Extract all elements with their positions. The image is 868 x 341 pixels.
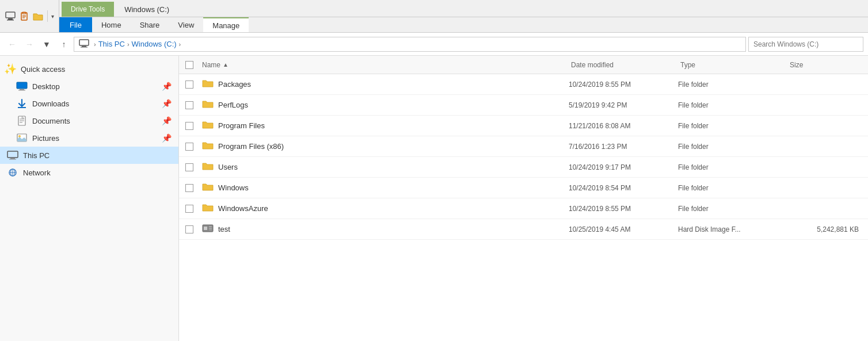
svg-rect-32 xyxy=(209,229,212,231)
row-checkbox[interactable] xyxy=(185,81,193,89)
quick-access-toolbar: ▾ xyxy=(0,0,59,32)
file-type: File folder xyxy=(678,122,787,130)
row-checkbox-cell[interactable] xyxy=(179,184,200,192)
file-name: WindowsAzure xyxy=(218,204,268,213)
nav-bar: ← → ▼ ↑ › This PC › Windows (C:) › xyxy=(0,33,868,56)
table-row[interactable]: Packages 10/24/2019 8:55 PM File folder xyxy=(179,74,868,95)
folder-icon xyxy=(202,161,214,173)
table-row[interactable]: Users 10/24/2019 9:17 PM File folder xyxy=(179,157,868,178)
qat-pc-icon[interactable] xyxy=(5,10,16,22)
row-checkbox-cell[interactable] xyxy=(179,163,200,171)
file-date: 10/24/2019 8:54 PM xyxy=(569,184,678,192)
back-button: ← xyxy=(5,37,20,52)
row-checkbox[interactable] xyxy=(185,163,193,171)
folder-icon xyxy=(202,202,214,214)
file-type: File folder xyxy=(678,163,787,171)
search-input[interactable] xyxy=(748,37,863,52)
tab-file[interactable]: File xyxy=(59,17,92,32)
sidebar-item-this-pc[interactable]: This PC xyxy=(0,147,178,164)
row-checkbox-cell[interactable] xyxy=(179,101,200,109)
quick-access-icon: ✨ xyxy=(5,63,16,75)
folder-icon xyxy=(202,182,214,194)
sidebar-item-downloads[interactable]: Downloads 📌 xyxy=(0,95,178,112)
sidebar-label-pictures: Pictures xyxy=(32,134,59,143)
sidebar-item-desktop[interactable]: Desktop 📌 xyxy=(0,78,178,95)
col-header-size[interactable]: Size xyxy=(787,61,868,69)
file-name-cell: Program Files xyxy=(200,120,569,132)
row-checkbox[interactable] xyxy=(185,184,193,192)
col-header-date[interactable]: Date modified xyxy=(569,61,678,69)
row-checkbox[interactable] xyxy=(185,225,193,233)
file-list-header: Name ▲ Date modified Type Size xyxy=(179,56,868,74)
breadcrumb-sep-2: › xyxy=(127,41,130,48)
tab-manage[interactable]: Manage xyxy=(203,17,249,32)
file-date: 10/24/2019 9:17 PM xyxy=(569,163,678,171)
sidebar-label-this-pc: This PC xyxy=(23,151,50,160)
row-checkbox-cell[interactable] xyxy=(179,143,200,151)
header-checkbox-cell[interactable] xyxy=(179,61,200,69)
file-name-cell: PerfLogs xyxy=(200,99,569,111)
documents-icon xyxy=(16,115,28,127)
select-all-checkbox[interactable] xyxy=(185,61,193,69)
table-row[interactable]: test 10/25/2019 4:45 AM Hard Disk Image … xyxy=(179,219,868,240)
breadcrumb-this-pc[interactable]: This PC xyxy=(98,40,125,48)
sort-arrow-name: ▲ xyxy=(223,62,229,68)
qat-folder-icon[interactable] xyxy=(32,10,44,22)
file-type: File folder xyxy=(678,101,787,109)
file-list-area: Name ▲ Date modified Type Size Packages … xyxy=(179,56,868,341)
breadcrumb-drive-icon xyxy=(79,39,89,50)
row-checkbox-cell[interactable] xyxy=(179,122,200,130)
file-name: Packages xyxy=(218,80,251,89)
row-checkbox[interactable] xyxy=(185,205,193,213)
sidebar: ✨ Quick access Desktop 📌 D xyxy=(0,56,179,341)
col-header-type[interactable]: Type xyxy=(678,61,787,69)
recent-locations-button[interactable]: ▼ xyxy=(39,37,54,52)
table-row[interactable]: Windows 10/24/2019 8:54 PM File folder xyxy=(179,178,868,198)
breadcrumb-sep-1: › xyxy=(94,41,96,48)
file-date: 10/24/2019 8:55 PM xyxy=(569,205,678,213)
qat-clipboard-icon[interactable] xyxy=(18,10,30,22)
main-area: ✨ Quick access Desktop 📌 D xyxy=(0,56,868,341)
tab-view[interactable]: View xyxy=(169,17,203,32)
breadcrumb-windows-c[interactable]: Windows (C:) xyxy=(132,40,177,48)
table-row[interactable]: PerfLogs 5/19/2019 9:42 PM File folder xyxy=(179,95,868,116)
table-row[interactable]: Program Files 11/21/2016 8:08 AM File fo… xyxy=(179,116,868,136)
row-checkbox-cell[interactable] xyxy=(179,81,200,89)
row-checkbox[interactable] xyxy=(185,101,193,109)
up-button[interactable]: ↑ xyxy=(56,37,71,52)
file-date: 7/16/2016 1:23 PM xyxy=(569,143,678,151)
sidebar-item-pictures[interactable]: Pictures 📌 xyxy=(0,129,178,147)
row-checkbox[interactable] xyxy=(185,143,193,151)
pin-icon-documents: 📌 xyxy=(162,116,172,125)
file-size: 5,242,881 KB xyxy=(787,225,868,233)
col-header-name[interactable]: Name ▲ xyxy=(200,61,569,69)
pin-icon-desktop: 📌 xyxy=(162,82,172,91)
file-date: 10/25/2019 4:45 AM xyxy=(569,225,678,233)
file-name-cell: WindowsAzure xyxy=(200,202,569,214)
file-name: Users xyxy=(218,163,238,171)
drive-tools-label: Drive Tools xyxy=(62,2,114,17)
row-checkbox[interactable] xyxy=(185,122,193,130)
row-checkbox-cell[interactable] xyxy=(179,225,200,233)
svg-rect-8 xyxy=(79,40,89,45)
tab-home[interactable]: Home xyxy=(92,17,131,32)
sidebar-item-documents[interactable]: Documents 📌 xyxy=(0,112,178,129)
row-checkbox-cell[interactable] xyxy=(179,205,200,213)
network-icon xyxy=(7,167,18,178)
qat-customize[interactable]: ▾ xyxy=(51,13,54,20)
file-name: Program Files (x86) xyxy=(218,142,284,151)
sidebar-label-downloads: Downloads xyxy=(32,99,69,108)
breadcrumb-bar[interactable]: › This PC › Windows (C:) › xyxy=(74,37,746,52)
file-date: 5/19/2019 9:42 PM xyxy=(569,101,678,109)
pin-icon-pictures: 📌 xyxy=(162,133,172,143)
svg-rect-1 xyxy=(8,18,13,20)
tab-share[interactable]: Share xyxy=(131,17,169,32)
sidebar-item-quick-access[interactable]: ✨ Quick access xyxy=(0,60,178,78)
folder-icon xyxy=(202,120,214,132)
file-type: File folder xyxy=(678,143,787,151)
svg-rect-31 xyxy=(209,228,212,229)
table-row[interactable]: WindowsAzure 10/24/2019 8:55 PM File fol… xyxy=(179,198,868,219)
table-row[interactable]: Program Files (x86) 7/16/2016 1:23 PM Fi… xyxy=(179,136,868,157)
downloads-icon xyxy=(16,98,28,109)
sidebar-item-network[interactable]: Network xyxy=(0,164,178,181)
